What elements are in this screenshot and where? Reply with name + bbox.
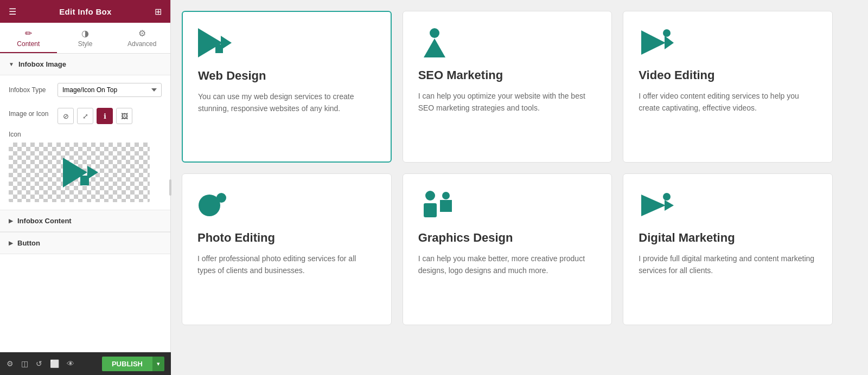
panel-title: Edit Info Box — [59, 7, 111, 16]
infobox-content-label: Infobox Content — [17, 217, 72, 225]
cards-grid: Web Design You can use my web design ser… — [182, 11, 833, 325]
advanced-tab-label: Advanced — [127, 40, 156, 48]
photo-editing-title: Photo Editing — [197, 231, 376, 245]
icon-type-info[interactable]: ℹ — [97, 108, 113, 124]
toolbar-icons-left: ⚙ ◫ ↺ ⬜ 👁 — [7, 359, 74, 368]
image-or-icon-label: Image or Icon — [9, 110, 58, 118]
graphics-design-title: Graphics Design — [418, 231, 597, 245]
infobox-type-control: Image/Icon On Top Image/Icon On Left Ima… — [58, 83, 162, 97]
icon-preview[interactable] — [9, 143, 150, 202]
svg-point-10 — [663, 29, 671, 37]
bottom-toolbar: ⚙ ◫ ↺ ⬜ 👁 PUBLISH ▾ — [0, 352, 171, 375]
resize-handle-bar — [169, 179, 171, 196]
svg-marker-9 — [665, 36, 674, 49]
tab-advanced[interactable]: ⚙ Advanced — [113, 23, 170, 53]
menu-icon[interactable]: ☰ — [9, 7, 16, 17]
button-section-label: Button — [17, 239, 40, 247]
infobox-content-header[interactable]: ▶ Infobox Content — [0, 210, 170, 232]
publish-group: PUBLISH ▾ — [102, 357, 164, 371]
infobox-image-section-header[interactable]: ▼ Infobox Image — [0, 54, 170, 75]
left-panel: ☰ Edit Info Box ⊞ ✏ Content ◑ Style ⚙ Ad… — [0, 0, 171, 375]
content-section-arrow: ▶ — [9, 218, 13, 224]
digital-marketing-desc: I provide full digital marketing and con… — [639, 253, 817, 277]
seo-marketing-title: SEO Marketing — [418, 68, 597, 82]
svg-marker-7 — [424, 38, 445, 57]
button-section-arrow: ▶ — [9, 240, 13, 246]
card-digital-marketing: Digital Marketing I provide full digital… — [623, 173, 833, 325]
icon-type-ban[interactable]: ⊘ — [58, 108, 74, 124]
web-design-title: Web Design — [198, 69, 375, 83]
icon-type-buttons: ⊘ ⤢ ℹ 🖼 — [58, 108, 162, 124]
seo-marketing-icon — [418, 28, 597, 57]
video-editing-icon — [639, 28, 817, 57]
graphics-design-icon — [418, 190, 597, 220]
svg-marker-8 — [641, 30, 666, 55]
card-web-design: Web Design You can use my web design ser… — [182, 11, 392, 163]
icon-section-label: Icon — [9, 131, 162, 138]
icon-type-image[interactable]: 🖼 — [116, 108, 132, 124]
main-content: Web Design You can use my web design ser… — [171, 0, 868, 375]
eye-icon[interactable]: 👁 — [67, 359, 74, 368]
card-video-editing: Video Editing I offer video content edit… — [623, 11, 833, 163]
infobox-image-content: Infobox Type Image/Icon On Top Image/Ico… — [0, 75, 170, 210]
video-editing-title: Video Editing — [639, 68, 817, 82]
history-icon[interactable]: ↺ — [36, 359, 42, 368]
svg-point-16 — [442, 192, 450, 199]
web-design-icon — [198, 28, 375, 58]
svg-rect-15 — [440, 200, 452, 212]
button-section: ▶ Button — [0, 232, 170, 254]
infobox-type-row: Infobox Type Image/Icon On Top Image/Ico… — [9, 83, 162, 97]
image-or-icon-control: ⊘ ⤢ ℹ 🖼 — [58, 104, 162, 124]
svg-rect-14 — [424, 203, 437, 217]
style-tab-label: Style — [78, 40, 93, 48]
card-seo-marketing: SEO Marketing I can help you optimize yo… — [403, 11, 612, 163]
svg-point-13 — [425, 191, 435, 201]
content-tab-label: Content — [17, 40, 40, 48]
panel-header: ☰ Edit Info Box ⊞ — [0, 0, 170, 23]
infobox-type-label: Infobox Type — [9, 86, 58, 94]
svg-point-6 — [430, 28, 439, 38]
icon-preview-svg — [58, 155, 101, 190]
card-photo-editing: Photo Editing I offer professional photo… — [182, 173, 392, 325]
grid-icon[interactable]: ⊞ — [155, 7, 162, 17]
panel-body: ▼ Infobox Image Infobox Type Image/Icon … — [0, 54, 170, 375]
icon-type-resize[interactable]: ⤢ — [77, 108, 93, 124]
layers-icon[interactable]: ◫ — [21, 359, 28, 368]
svg-marker-18 — [665, 200, 674, 211]
button-section-header[interactable]: ▶ Button — [0, 232, 170, 254]
panel-tabs: ✏ Content ◑ Style ⚙ Advanced — [0, 23, 170, 54]
resize-handle[interactable] — [166, 0, 175, 375]
web-design-desc: You can use my web design services to cr… — [198, 90, 375, 115]
svg-point-12 — [216, 193, 226, 203]
section-collapse-arrow: ▼ — [9, 61, 14, 67]
advanced-tab-icon: ⚙ — [138, 28, 146, 38]
seo-marketing-desc: I can help you optimize your website wit… — [418, 90, 597, 114]
photo-editing-icon — [197, 190, 376, 220]
tab-content[interactable]: ✏ Content — [0, 23, 57, 53]
infobox-type-select[interactable]: Image/Icon On Top Image/Icon On Left Ima… — [58, 83, 162, 97]
svg-rect-2 — [80, 176, 89, 185]
content-tab-icon: ✏ — [25, 28, 32, 38]
digital-marketing-title: Digital Marketing — [639, 231, 817, 245]
svg-point-19 — [663, 193, 671, 201]
infobox-image-label: Infobox Image — [18, 60, 66, 68]
publish-dropdown-button[interactable]: ▾ — [152, 357, 164, 371]
card-graphics-design: Graphics Design I can help you make bett… — [403, 173, 612, 325]
svg-marker-17 — [641, 195, 666, 216]
photo-editing-desc: I offer professional photo editing servi… — [197, 253, 376, 277]
tab-style[interactable]: ◑ Style — [57, 23, 114, 53]
graphics-design-desc: I can help you make better, more creativ… — [418, 253, 597, 277]
video-editing-desc: I offer video content editing services t… — [639, 90, 817, 114]
image-or-icon-row: Image or Icon ⊘ ⤢ ℹ 🖼 — [9, 104, 162, 124]
digital-marketing-icon — [639, 190, 817, 220]
publish-button[interactable]: PUBLISH — [102, 357, 152, 371]
responsive-icon[interactable]: ⬜ — [50, 359, 59, 368]
infobox-content-section: ▶ Infobox Content — [0, 210, 170, 232]
svg-rect-5 — [215, 44, 223, 53]
settings-icon[interactable]: ⚙ — [7, 359, 14, 368]
style-tab-icon: ◑ — [81, 28, 89, 38]
